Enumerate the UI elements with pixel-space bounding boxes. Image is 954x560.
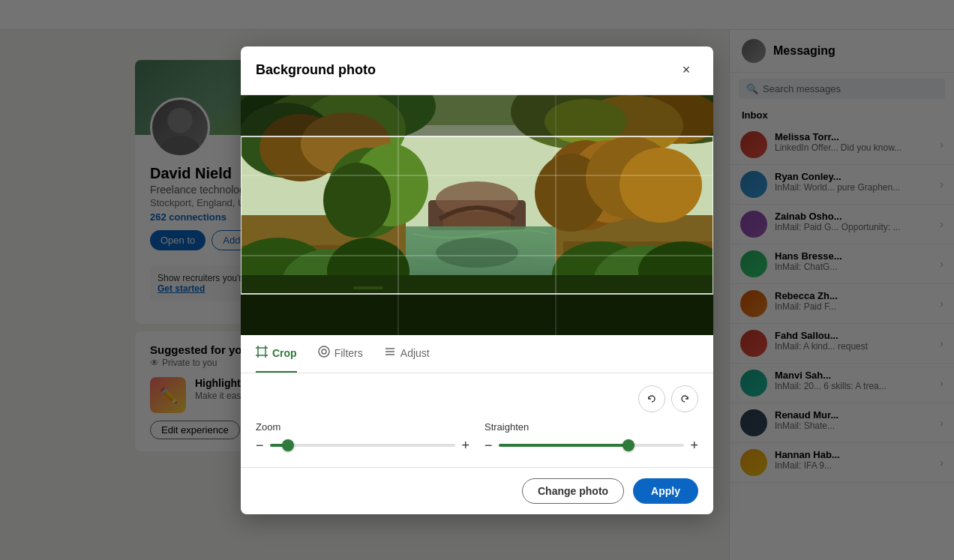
background-photo-modal: Background photo × [241,46,713,514]
svg-point-61 [322,349,326,354]
straighten-slider-fill [499,444,629,447]
tab-filters[interactable]: Filters [318,335,363,373]
tab-adjust-label: Adjust [400,347,430,359]
modal-close-button[interactable]: × [674,58,698,82]
sliders-row: Zoom − + Straighten − [256,421,698,452]
modal-footer: Change photo Apply [241,467,713,514]
zoom-slider-group: Zoom − + [256,421,470,452]
modal-tabs: Crop Filters [241,335,713,373]
tab-crop[interactable]: Crop [256,335,297,373]
svg-rect-48 [241,95,713,136]
svg-point-23 [436,238,518,268]
straighten-plus-button[interactable]: + [690,439,698,452]
rotate-left-button[interactable] [638,385,665,412]
rotate-buttons [256,385,698,412]
zoom-label: Zoom [256,421,470,433]
crop-icon [256,346,268,361]
zoom-slider-thumb[interactable] [282,439,294,451]
modal-controls: Zoom − + Straighten − [241,373,713,467]
zoom-slider-track[interactable] [270,444,456,447]
modal-header: Background photo × [241,46,713,95]
filters-icon [318,346,330,361]
canal-photo-svg [241,95,713,335]
straighten-slider-group: Straighten − + [484,421,698,452]
change-photo-button[interactable]: Change photo [522,478,624,504]
apply-button[interactable]: Apply [633,478,698,504]
rotate-right-button[interactable] [671,385,698,412]
tab-adjust[interactable]: Adjust [384,335,430,373]
straighten-label: Straighten [484,421,698,433]
svg-point-30 [323,163,391,238]
adjust-icon [384,346,396,361]
svg-point-60 [319,346,329,357]
zoom-minus-button[interactable]: − [256,439,264,452]
svg-rect-49 [241,294,713,335]
svg-point-35 [620,148,702,223]
straighten-slider-track[interactable] [499,444,685,447]
straighten-minus-button[interactable]: − [484,439,493,452]
svg-rect-51 [258,348,266,355]
zoom-slider-controls: − + [256,439,470,452]
straighten-slider-controls: − + [484,439,698,452]
modal-backdrop: Background photo × [0,0,954,560]
straighten-slider-thumb[interactable] [622,439,634,451]
tab-filters-label: Filters [334,347,363,359]
tab-crop-label: Crop [272,347,297,359]
zoom-plus-button[interactable]: + [461,439,470,452]
svg-rect-43 [353,286,383,289]
modal-title: Background photo [256,62,376,78]
photo-area [241,95,713,335]
